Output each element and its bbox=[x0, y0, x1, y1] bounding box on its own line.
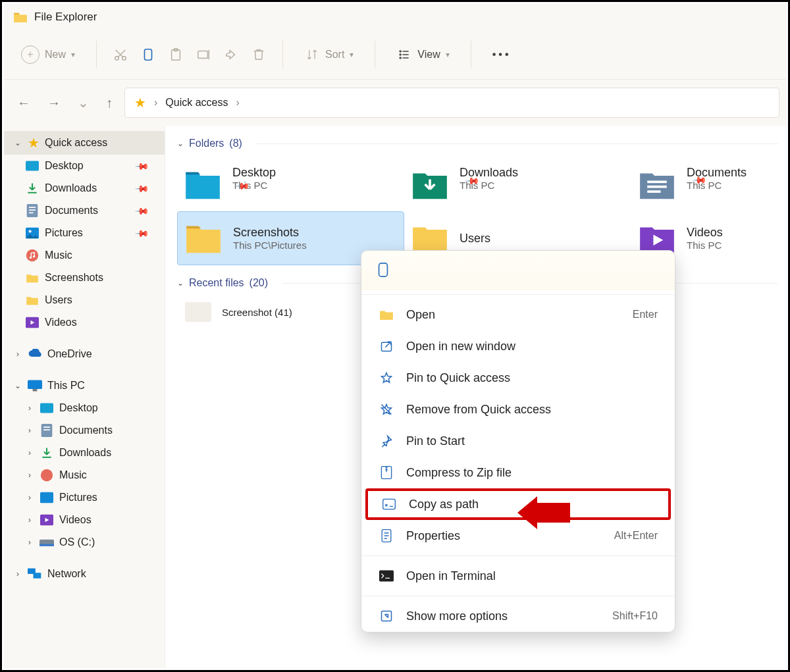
properties-icon bbox=[379, 528, 394, 544]
sidebar-pc-desktop[interactable]: ›Desktop bbox=[4, 397, 165, 419]
svg-point-6 bbox=[400, 51, 402, 52]
sidebar-onedrive[interactable]: › OneDrive bbox=[4, 343, 165, 365]
sidebar-item-label: Desktop bbox=[45, 160, 84, 172]
pictures-icon bbox=[40, 490, 54, 505]
sidebar-pc-documents[interactable]: ›Documents bbox=[4, 419, 165, 442]
new-button[interactable]: + New ▾ bbox=[16, 41, 80, 68]
sidebar-item-desktop[interactable]: Desktop 📌 bbox=[4, 155, 165, 177]
ctx-item-label: Open in Terminal bbox=[406, 569, 496, 583]
breadcrumb-root[interactable]: Quick access bbox=[165, 97, 228, 109]
ctx-open[interactable]: Open Enter bbox=[361, 299, 675, 330]
ctx-compress-zip[interactable]: Compress to Zip file bbox=[361, 457, 675, 488]
folders-heading: Folders bbox=[189, 138, 224, 149]
ctx-show-more-options[interactable]: Show more options Shift+F10 bbox=[361, 600, 675, 632]
breadcrumb[interactable]: ★ › Quick access › bbox=[124, 88, 779, 118]
sidebar-pc-pictures[interactable]: ›Pictures bbox=[4, 486, 165, 509]
history-dropdown[interactable]: ⌄ bbox=[78, 95, 89, 111]
chevron-down-icon: ▾ bbox=[350, 50, 354, 59]
pin-icon bbox=[379, 433, 394, 449]
svg-rect-2 bbox=[145, 49, 152, 61]
onedrive-icon bbox=[28, 347, 42, 361]
annotation-arrow-icon bbox=[517, 496, 570, 529]
share-icon[interactable] bbox=[223, 47, 239, 63]
svg-rect-32 bbox=[33, 573, 41, 578]
folders-count: (8) bbox=[229, 138, 242, 149]
sidebar-pc-drive-c[interactable]: ›OS (C:) bbox=[4, 531, 165, 554]
sort-button[interactable]: Sort ▾ bbox=[299, 43, 359, 66]
sort-button-label: Sort bbox=[325, 49, 344, 61]
ctx-pin-quick-access[interactable]: Pin to Quick access bbox=[361, 362, 675, 394]
more-button[interactable]: ••• bbox=[487, 45, 517, 65]
caret-right-icon: › bbox=[13, 349, 22, 359]
sidebar-item-label: Music bbox=[59, 469, 87, 481]
chevron-down-icon: ⌄ bbox=[177, 278, 184, 288]
copy-icon[interactable] bbox=[376, 261, 390, 280]
rename-icon[interactable] bbox=[196, 47, 211, 63]
chevron-down-icon: ⌄ bbox=[177, 139, 184, 148]
ctx-open-new-window[interactable]: Open in new window bbox=[361, 330, 675, 362]
folder-icon bbox=[25, 271, 40, 285]
ctx-remove-quick-access[interactable]: Remove from Quick access bbox=[361, 394, 675, 425]
desktop-folder-icon bbox=[184, 167, 222, 201]
path-icon bbox=[381, 496, 397, 512]
svg-rect-34 bbox=[647, 186, 667, 188]
sidebar-item-videos[interactable]: Videos bbox=[4, 311, 165, 334]
desktop-icon bbox=[40, 401, 54, 415]
ctx-pin-start[interactable]: Pin to Start bbox=[361, 425, 675, 457]
sort-icon bbox=[304, 47, 320, 63]
sidebar-quick-access[interactable]: ⌄ ★ Quick access bbox=[4, 131, 165, 155]
ctx-item-shortcut: Enter bbox=[633, 309, 658, 321]
app-folder-icon bbox=[13, 10, 28, 24]
paste-icon[interactable] bbox=[168, 47, 184, 63]
sidebar-network[interactable]: › Network bbox=[4, 563, 165, 585]
svg-rect-35 bbox=[647, 190, 660, 193]
recent-count: (20) bbox=[250, 277, 268, 289]
sidebar-pc-videos[interactable]: ›Videos bbox=[4, 509, 165, 531]
music-icon bbox=[40, 468, 54, 482]
sidebar-item-label: Documents bbox=[45, 205, 98, 217]
view-button-label: View bbox=[417, 49, 440, 61]
view-icon bbox=[396, 47, 412, 63]
sidebar-item-users[interactable]: Users bbox=[4, 289, 165, 311]
sidebar-item-screenshots[interactable]: Screenshots bbox=[4, 267, 165, 289]
folder-card-desktop[interactable]: DesktopThis PC📌 bbox=[177, 157, 404, 211]
svg-point-15 bbox=[29, 230, 32, 232]
up-button[interactable]: ↑ bbox=[106, 95, 113, 111]
sidebar-this-pc[interactable]: ⌄ This PC bbox=[4, 375, 165, 397]
cut-icon[interactable] bbox=[113, 47, 128, 63]
svg-rect-41 bbox=[379, 571, 394, 582]
svg-point-26 bbox=[41, 469, 53, 481]
forward-button[interactable]: → bbox=[47, 95, 61, 111]
breadcrumb-sep: › bbox=[154, 97, 157, 109]
downloads-icon bbox=[25, 181, 40, 195]
folder-card-downloads[interactable]: DownloadsThis PC📌 bbox=[404, 157, 631, 211]
downloads-folder-icon bbox=[411, 167, 449, 201]
svg-rect-12 bbox=[29, 209, 36, 211]
sidebar-item-documents[interactable]: Documents 📌 bbox=[4, 199, 165, 222]
sidebar-item-pictures[interactable]: Pictures 📌 bbox=[4, 222, 165, 244]
downloads-icon bbox=[40, 446, 54, 460]
this-pc-icon bbox=[28, 378, 42, 393]
folders-section-header[interactable]: ⌄ Folders (8) bbox=[177, 138, 778, 149]
videos-icon bbox=[40, 513, 54, 527]
delete-icon[interactable] bbox=[251, 47, 267, 63]
svg-rect-21 bbox=[33, 389, 38, 391]
back-button[interactable]: ← bbox=[17, 95, 30, 111]
ctx-open-terminal[interactable]: Open in Terminal bbox=[361, 560, 675, 592]
svg-rect-36 bbox=[379, 263, 388, 276]
sidebar-pc-downloads[interactable]: ›Downloads bbox=[4, 442, 165, 464]
sidebar-item-downloads[interactable]: Downloads 📌 bbox=[4, 177, 165, 199]
folder-card-documents[interactable]: DocumentsThis PC📌 bbox=[631, 157, 776, 211]
copy-icon[interactable] bbox=[140, 47, 156, 63]
recent-heading: Recent files bbox=[189, 277, 244, 289]
ctx-item-shortcut: Alt+Enter bbox=[614, 530, 658, 542]
sidebar-pc-music[interactable]: ›Music bbox=[4, 464, 165, 486]
folder-name: Videos bbox=[687, 226, 723, 240]
sidebar-item-music[interactable]: Music bbox=[4, 244, 165, 267]
folder-sub: This PC bbox=[687, 240, 723, 251]
svg-rect-11 bbox=[29, 207, 36, 208]
caret-down-icon: ⌄ bbox=[13, 138, 22, 147]
drive-icon bbox=[40, 535, 54, 550]
plus-circle-icon: + bbox=[21, 45, 40, 64]
view-button[interactable]: View ▾ bbox=[391, 43, 454, 66]
